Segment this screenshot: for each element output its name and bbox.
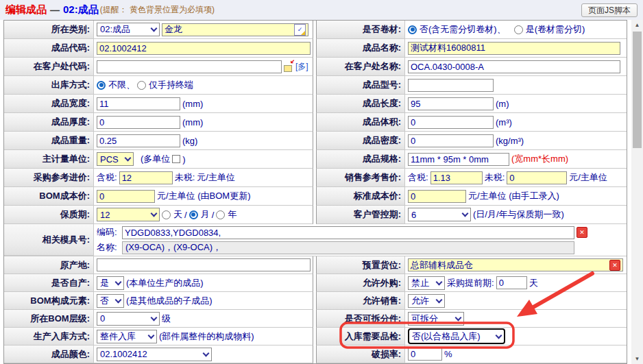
mold-clear-icon[interactable]: ✕ (577, 227, 587, 238)
page-title-category: 02:成品 (63, 3, 99, 16)
cust-control-field: 6 (日/月/年与保质期一致) (405, 206, 627, 224)
cust-name-input[interactable] (408, 60, 620, 73)
length-field: (m) (405, 95, 627, 113)
bom-element-select[interactable]: 否 (97, 294, 124, 308)
sale-notax-price-input[interactable] (507, 171, 567, 184)
sale-tax-price-input[interactable] (430, 171, 483, 184)
mold-code-input[interactable] (122, 226, 574, 239)
color-select[interactable]: 02.1002412 (97, 348, 212, 361)
thickness-input[interactable] (97, 116, 180, 129)
origin-field (94, 256, 313, 274)
model-input[interactable] (408, 79, 494, 92)
multi-select-link[interactable]: [多] (295, 61, 308, 73)
form-grid-bottom: 原产地: 预置货位: 总部辅料成品仓 ✕ 是否自产: 是 (本单位生产的成品) … (4, 256, 627, 364)
category-select[interactable]: 02:成品 (97, 23, 160, 36)
spec-input[interactable] (408, 153, 509, 166)
width-unit: (mm) (182, 99, 203, 109)
lookup-icon[interactable] (294, 24, 306, 36)
length-input[interactable] (408, 97, 494, 110)
shelf-life-radio-month[interactable] (189, 210, 198, 219)
is-coil-radio-no[interactable] (408, 25, 417, 34)
multi-unit-checkbox[interactable] (172, 155, 180, 163)
self-made-select[interactable]: 是 (97, 276, 124, 290)
field-label-main-unit: 主计量单位: (4, 150, 94, 169)
field-label-thickness: 成品厚度: (4, 113, 94, 132)
inbound-mode-select[interactable]: 整件入库 (97, 330, 157, 343)
splittable-field: 可拆分 (405, 310, 627, 328)
page-js-script-button[interactable]: 页面JS脚本 (581, 3, 638, 17)
std-cost-field: 元/主单位 (由手工录入) (405, 187, 627, 206)
purchase-tax-price-input[interactable] (119, 171, 173, 184)
preset-loc-clear-icon[interactable]: ✕ (609, 260, 620, 271)
category-name-field[interactable]: 金龙 (162, 23, 308, 36)
field-label-damage-rate: 破损率: (316, 345, 405, 363)
weight-input[interactable] (97, 134, 180, 147)
damage-rate-field: % (405, 345, 627, 363)
cust-control-select[interactable]: 6 (408, 208, 471, 221)
allow-sale-select[interactable]: 允许 (408, 294, 445, 308)
outbound-radio-handheld[interactable] (137, 81, 146, 90)
shelf-life-select[interactable]: 12 (97, 208, 160, 221)
is-coil-radio-yes[interactable] (514, 25, 523, 34)
width-field: (mm) (94, 95, 313, 113)
field-label-width: 成品宽度: (4, 95, 94, 113)
name-input[interactable] (408, 42, 620, 55)
volume-field: (m³) (405, 113, 627, 132)
inbound-qc-select[interactable]: 否(以合格品入库) (408, 328, 505, 344)
product-form-table: 所在类别: 02:成品 金龙 是否卷材: 否(含无需分切卷材)、 是(卷材需分切… (3, 20, 627, 364)
main-unit-select[interactable]: PCS (97, 152, 134, 166)
scrollbar-down-button[interactable]: ▼ (631, 354, 643, 364)
field-label-mold: 相关模具号: (4, 224, 94, 256)
preset-loc-box[interactable]: 总部辅料成品仓 ✕ (408, 258, 623, 271)
std-cost-input[interactable] (408, 190, 466, 203)
color-field: 02.1002412 (94, 345, 313, 363)
damage-rate-input[interactable] (408, 348, 442, 361)
import-icon[interactable] (284, 62, 293, 72)
inbound-qc-field: 否(以合格品入库) (405, 328, 627, 345)
allow-purchase-field: 禁止 采购提前期: 天 (405, 274, 627, 292)
allow-purchase-select[interactable]: 禁止 (408, 276, 445, 290)
purchase-price-field: 含税: 未税: 元/主单位 (94, 169, 313, 187)
down-arrow-icon: ▼ (635, 356, 640, 362)
code-input[interactable] (97, 42, 311, 55)
field-label-model: 成品型号: (316, 76, 405, 95)
field-label-allow-purchase: 允许外购: (316, 274, 405, 292)
category-field: 02:成品 金龙 (94, 21, 313, 39)
width-input[interactable] (97, 97, 180, 110)
bom-cost-input[interactable] (97, 190, 155, 203)
field-label-preset-loc: 预置货位: (316, 256, 405, 274)
thickness-unit: (mm) (182, 117, 203, 128)
field-label-cust-name: 在客户处名称: (316, 58, 405, 76)
scrollbar-up-button[interactable]: ▲ (631, 20, 643, 30)
up-arrow-icon: ▲ (635, 22, 640, 28)
self-made-field: 是 (本单位生产的成品) (94, 274, 313, 292)
field-label-cust-code: 在客户处代码: (4, 58, 94, 76)
mold-row: 相关模具号: 编码: ✕ 名称: (X9-OCA)，(X9-OCA)， (4, 224, 627, 256)
weight-unit: (kg) (182, 136, 197, 146)
density-input[interactable] (408, 134, 494, 147)
origin-input[interactable] (97, 258, 311, 271)
field-label-spec: 成品规格: (316, 150, 405, 169)
std-cost-hint: 元/主单位 (由手工录入) (468, 190, 559, 202)
outbound-radio-any[interactable] (97, 81, 106, 90)
inbound-mode-field: 整件入库 (部件属整件的构成物料) (94, 328, 313, 345)
field-label-bom-level: 所在BOM层级: (4, 310, 94, 328)
shelf-life-radio-year[interactable] (216, 210, 225, 219)
field-label-shelf-life: 保质期: (4, 206, 94, 224)
splittable-select[interactable]: 可拆分 (408, 312, 464, 326)
field-label-std-cost: 标准成本价: (316, 187, 405, 206)
bom-level-select[interactable]: 0 (97, 312, 160, 326)
bom-cost-field: 元/主单位 (由BOM更新) (94, 187, 313, 206)
shelf-life-radio-day[interactable] (162, 210, 171, 219)
field-label-length: 成品长度: (316, 95, 405, 113)
thickness-field: (mm) (94, 113, 313, 132)
main-unit-field: PCS (多单位 ) (94, 150, 313, 169)
volume-input[interactable] (408, 116, 494, 129)
scrollbar-thumb[interactable] (633, 32, 642, 148)
cust-code-input[interactable] (97, 60, 282, 73)
field-label-origin: 原产地: (4, 256, 94, 274)
sale-price-field: 含税: 未税: 元/主单位 (405, 169, 627, 187)
cust-name-field (405, 58, 627, 76)
field-label-sale-price: 销售参考售价: (316, 169, 405, 187)
purchase-lead-time-input[interactable] (496, 276, 527, 289)
